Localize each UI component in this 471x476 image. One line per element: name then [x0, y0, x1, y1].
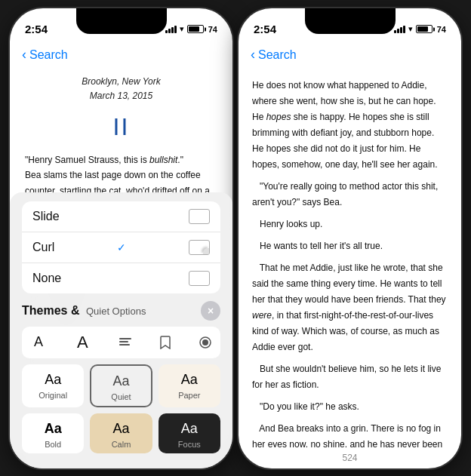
wifi-icon: ▾: [180, 24, 184, 34]
options-row: A A: [22, 327, 220, 358]
notch-right: [305, 8, 396, 34]
status-icons-right: ▾ 74: [394, 24, 446, 34]
battery-icon-right: [416, 25, 433, 33]
nav-bar-right: ‹ Search: [239, 41, 461, 69]
svg-point-3: [202, 339, 208, 345]
theme-quiet-sample: Aa: [112, 373, 129, 389]
phone-right: 2:54 ▾ 74 ‹ Search: [239, 8, 461, 468]
back-label-right: Search: [258, 48, 297, 62]
theme-paper[interactable]: Aa Paper: [159, 364, 220, 407]
phone-left: 2:54 ▾ 74 ‹ Search: [10, 8, 232, 468]
theme-bold-sample: Aa: [45, 421, 62, 437]
svg-rect-1: [119, 341, 128, 342]
theme-calm[interactable]: Aa Calm: [90, 413, 152, 453]
signal-icon: [165, 26, 177, 33]
checkmark-icon: ✓: [117, 241, 126, 253]
curl-icon: [189, 240, 210, 255]
none-icon: [189, 271, 210, 286]
themes-grid: Aa Original Aa Quiet Aa Paper Aa Bold Aa: [22, 364, 220, 453]
back-button-left[interactable]: ‹ Search: [22, 48, 68, 63]
bookmark-icon[interactable]: [156, 333, 174, 352]
signal-icon-right: [394, 26, 405, 33]
svg-rect-0: [119, 338, 131, 339]
themes-subtitle-text: Quiet Options: [86, 306, 146, 317]
theme-original-sample: Aa: [45, 372, 61, 388]
page-number: 524: [239, 447, 461, 468]
battery-text-right: 74: [437, 25, 446, 34]
book-location: Brooklyn, New YorkMarch 13, 2015: [25, 75, 217, 103]
theme-original-label: Original: [38, 391, 67, 400]
transition-options: Slide Curl ✓ None: [22, 201, 220, 293]
back-chevron-left: ‹: [22, 47, 26, 63]
time-right: 2:54: [254, 23, 276, 35]
status-icons-left: ▾ 74: [165, 24, 217, 34]
none-label: None: [32, 272, 61, 285]
themes-title: Themes & Quiet Options: [22, 304, 146, 318]
slide-label: Slide: [32, 210, 60, 223]
nav-bar-left: ‹ Search: [10, 41, 232, 69]
theme-quiet-label: Quiet: [111, 392, 131, 401]
battery-text-left: 74: [208, 25, 217, 34]
font-small-button[interactable]: A: [28, 333, 49, 352]
transition-curl[interactable]: Curl ✓: [22, 232, 220, 263]
notch: [76, 8, 167, 34]
svg-rect-2: [119, 344, 130, 345]
battery-icon: [187, 25, 204, 33]
time-left: 2:54: [25, 23, 48, 35]
page-content-right: He does not know what happened to Addie,…: [239, 69, 461, 447]
overlay-panel: Slide Curl ✓ None Themes & Quiet Options: [10, 192, 232, 468]
close-button[interactable]: ×: [201, 301, 220, 321]
theme-paper-sample: Aa: [181, 372, 198, 388]
back-button-right[interactable]: ‹ Search: [251, 48, 297, 63]
themes-title-text: Themes &: [22, 304, 79, 317]
font-icon[interactable]: [116, 333, 134, 352]
theme-focus[interactable]: Aa Focus: [159, 413, 220, 453]
theme-bold-label: Bold: [45, 440, 61, 449]
moon-icon[interactable]: [196, 333, 214, 352]
font-large-button[interactable]: A: [71, 331, 94, 354]
slide-icon: [189, 209, 210, 224]
theme-calm-sample: Aa: [112, 421, 129, 437]
transition-slide[interactable]: Slide: [22, 201, 220, 232]
theme-quiet[interactable]: Aa Quiet: [90, 364, 152, 407]
theme-focus-label: Focus: [178, 440, 201, 449]
wifi-icon-right: ▾: [408, 24, 413, 34]
back-label-left: Search: [29, 48, 68, 62]
chapter-num: II: [25, 108, 217, 146]
theme-calm-label: Calm: [112, 440, 131, 449]
transition-none[interactable]: None: [22, 263, 220, 293]
theme-original[interactable]: Aa Original: [22, 364, 84, 407]
back-chevron-right: ‹: [251, 47, 255, 63]
theme-bold[interactable]: Aa Bold: [22, 413, 84, 453]
themes-header: Themes & Quiet Options ×: [22, 301, 220, 321]
curl-label: Curl: [32, 241, 54, 254]
theme-focus-sample: Aa: [181, 421, 198, 437]
theme-paper-label: Paper: [178, 391, 200, 400]
